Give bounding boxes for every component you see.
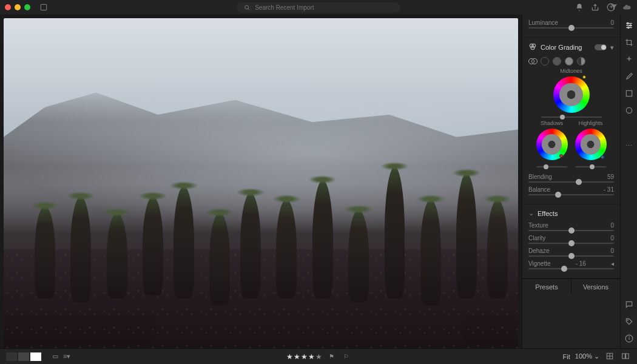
search-input[interactable] <box>255 4 393 11</box>
star-5[interactable]: ★ <box>315 352 322 361</box>
svg-point-1 <box>245 5 249 9</box>
cloud-sync-icon[interactable] <box>620 1 633 14</box>
clarity-slider[interactable]: Clarity0 <box>528 235 614 244</box>
dehaze-slider[interactable]: Dehaze0 <box>528 248 614 257</box>
healing-brush-icon[interactable] <box>621 52 638 67</box>
texture-value: 0 <box>610 222 614 229</box>
photo-preview <box>4 18 518 348</box>
vignette-value: - 16 <box>576 260 586 267</box>
tool-strip: ⋯ <box>620 15 637 348</box>
crop-icon[interactable] <box>621 35 638 50</box>
edit-panel: Luminance0 Color Grading ▾ Midtones <box>522 15 620 348</box>
minimize-window-button[interactable] <box>15 4 21 10</box>
chevron-down-icon[interactable]: ▾ <box>610 44 614 52</box>
shadows-luminance-slider[interactable] <box>537 166 567 167</box>
vignette-slider[interactable]: Vignette- 16◂ <box>528 260 614 269</box>
svg-point-14 <box>626 107 632 113</box>
shadows-label: Shadows <box>541 120 563 126</box>
highlights-label: Highlights <box>579 120 603 126</box>
midtones-luminance-slider[interactable] <box>541 116 602 118</box>
star-rating[interactable]: ★ ★ ★ ★ ★ <box>286 352 322 361</box>
star-4[interactable]: ★ <box>308 352 315 361</box>
midtones-view-button[interactable] <box>553 57 561 66</box>
compare-view-button[interactable] <box>18 352 29 361</box>
versions-button[interactable]: Versions <box>571 279 620 294</box>
shadows-view-button[interactable] <box>541 57 549 66</box>
share-icon[interactable] <box>588 1 602 14</box>
midtones-label: Midtones <box>528 68 614 74</box>
luminance-label: Luminance <box>528 19 558 26</box>
home-icon[interactable] <box>36 0 51 15</box>
highlights-indicator-dot <box>601 155 604 159</box>
notification-bell-icon[interactable] <box>573 1 586 14</box>
comment-icon[interactable] <box>621 297 638 312</box>
svg-point-6 <box>531 46 534 50</box>
radial-gradient-icon[interactable] <box>621 103 638 118</box>
svg-point-15 <box>627 320 628 320</box>
luminance-value: 0 <box>610 19 614 26</box>
three-way-view-button[interactable] <box>528 57 537 66</box>
color-grading-section: Color Grading ▾ Midtones <box>522 38 620 204</box>
maximize-window-button[interactable] <box>24 4 30 10</box>
detail-view-button[interactable] <box>30 352 41 361</box>
midtones-color-wheel[interactable] <box>553 76 590 113</box>
svg-rect-0 <box>41 4 46 10</box>
shadows-indicator-dot <box>559 154 563 158</box>
titlebar <box>0 0 637 15</box>
linear-gradient-icon[interactable] <box>621 86 638 101</box>
before-after-icon[interactable] <box>620 352 631 362</box>
brush-icon[interactable] <box>621 69 638 84</box>
fit-button[interactable]: Fit <box>563 353 570 360</box>
midtones-indicator-dot <box>582 75 586 79</box>
flag-pick-icon[interactable]: ⚑ <box>327 352 337 361</box>
blending-label: Blending <box>528 174 552 180</box>
effects-title: Effects <box>538 210 558 217</box>
presets-button[interactable]: Presets <box>522 279 571 294</box>
svg-point-12 <box>627 27 629 28</box>
star-3[interactable]: ★ <box>301 352 308 361</box>
blending-slider[interactable]: Blending59 <box>528 174 614 183</box>
info-icon[interactable] <box>621 331 638 346</box>
dehaze-value: 0 <box>610 248 614 254</box>
luminance-slider[interactable]: Luminance0 <box>528 19 614 29</box>
dehaze-label: Dehaze <box>528 248 549 254</box>
grid-overlay-icon[interactable] <box>604 352 615 362</box>
chevron-down-icon[interactable]: ⌄ <box>528 209 534 217</box>
tag-icon[interactable] <box>621 314 638 329</box>
filmstrip-toggle-icon[interactable]: ▭ <box>52 352 58 360</box>
shadows-color-wheel[interactable] <box>536 129 568 160</box>
balance-label: Balance <box>528 186 550 193</box>
search-icon <box>244 4 250 11</box>
svg-point-18 <box>629 337 629 337</box>
color-grading-icon <box>528 42 537 52</box>
clarity-value: 0 <box>610 235 614 241</box>
flag-reject-icon[interactable]: ⚐ <box>342 352 351 361</box>
view-mode-group <box>6 352 41 361</box>
filter-icon[interactable] <box>607 0 621 15</box>
balance-value: - 31 <box>604 186 614 193</box>
image-canvas[interactable] <box>0 15 522 348</box>
highlights-view-button[interactable] <box>565 57 573 66</box>
effects-section: ⌄ Effects Texture0 Clarity0 Dehaze0 Vign… <box>522 204 620 278</box>
svg-rect-23 <box>626 353 629 358</box>
vignette-label: Vignette <box>528 260 551 267</box>
preset-bar: Presets Versions <box>522 278 620 294</box>
edit-sliders-icon[interactable] <box>621 18 638 33</box>
zoom-level[interactable]: 100% ⌄ <box>575 352 599 360</box>
texture-label: Texture <box>528 222 548 229</box>
vignette-expand-icon[interactable]: ◂ <box>611 260 614 267</box>
star-2[interactable]: ★ <box>294 352 300 361</box>
window-controls <box>5 4 30 10</box>
search-bar[interactable] <box>237 2 400 13</box>
grid-view-button[interactable] <box>6 352 17 361</box>
sort-icon[interactable]: ≡▾ <box>63 352 70 360</box>
color-grading-toggle[interactable] <box>595 44 607 50</box>
close-window-button[interactable] <box>5 4 11 10</box>
global-view-button[interactable] <box>577 57 585 66</box>
balance-slider[interactable]: Balance- 31 <box>528 186 614 195</box>
highlights-luminance-slider[interactable] <box>576 166 606 167</box>
star-1[interactable]: ★ <box>286 352 293 361</box>
texture-slider[interactable]: Texture0 <box>528 222 614 231</box>
more-tools-icon[interactable]: ⋯ <box>621 139 638 153</box>
blending-value: 59 <box>607 174 614 180</box>
